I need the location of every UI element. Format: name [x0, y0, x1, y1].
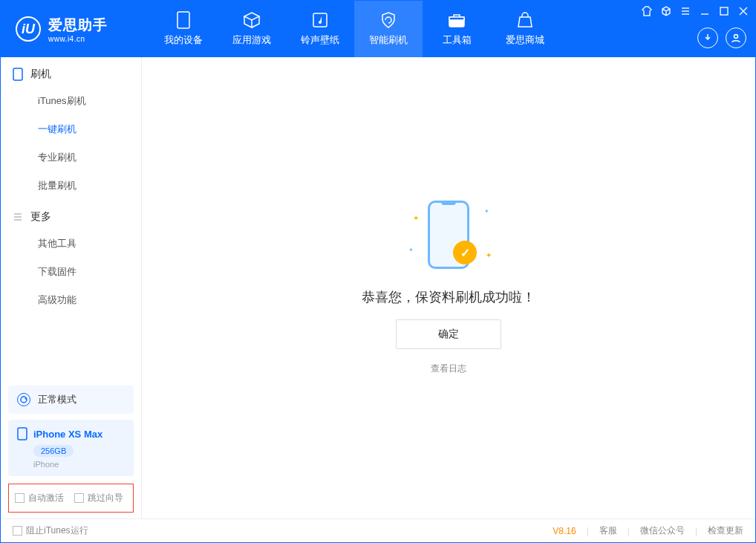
- sync-icon: [17, 393, 30, 406]
- music-note-icon: [311, 11, 329, 29]
- tab-my-device[interactable]: 我的设备: [149, 1, 218, 57]
- shirt-icon[interactable]: [641, 5, 653, 17]
- checkbox-skip-guide[interactable]: 跳过向导: [74, 492, 123, 504]
- checkbox-icon: [15, 493, 25, 503]
- header-bar: iU 爱思助手 www.i4.cn 我的设备 应用游戏 铃声壁纸 智能刷机: [1, 1, 755, 57]
- maximize-icon[interactable]: [718, 5, 730, 17]
- svg-rect-1: [313, 13, 327, 27]
- mode-status-card[interactable]: 正常模式: [8, 386, 134, 414]
- cb-label: 跳过向导: [88, 492, 123, 504]
- checkmark-badge-icon: ✓: [453, 241, 477, 264]
- menu-icon[interactable]: [680, 5, 691, 17]
- list-icon: [13, 212, 23, 222]
- support-link[interactable]: 客服: [599, 524, 617, 537]
- checkbox-auto-activate[interactable]: 自动激活: [15, 492, 64, 504]
- wechat-link[interactable]: 微信公众号: [640, 524, 685, 537]
- sparkle-icon: ✦: [484, 208, 489, 215]
- cb-label: 阻止iTunes运行: [26, 524, 88, 537]
- header-action-icons: [697, 27, 746, 48]
- separator: |: [587, 526, 589, 536]
- sidebar-section-flash: 刷机: [1, 57, 141, 87]
- sidebar-item-download-firmware[interactable]: 下载固件: [1, 258, 141, 286]
- view-log-link[interactable]: 查看日志: [431, 362, 466, 375]
- svg-rect-6: [13, 68, 22, 80]
- box-icon[interactable]: [660, 5, 672, 17]
- close-icon[interactable]: [737, 5, 749, 17]
- shield-refresh-icon: [379, 11, 397, 29]
- device-name: iPhone XS Max: [33, 429, 102, 440]
- device-card[interactable]: iPhone XS Max 256GB iPhone: [8, 420, 134, 476]
- sidebar-item-oneclick-flash[interactable]: 一键刷机: [1, 115, 141, 143]
- phone-icon: [13, 68, 23, 81]
- tab-apps-games[interactable]: 应用游戏: [218, 1, 286, 57]
- logo-area: iU 爱思助手 www.i4.cn: [1, 16, 149, 43]
- svg-rect-0: [177, 12, 189, 28]
- toolbox-icon: [448, 11, 466, 29]
- tab-label: 爱思商城: [506, 33, 544, 47]
- sidebar: 刷机 iTunes刷机 一键刷机 专业刷机 批量刷机 更多 其他工具 下载固件 …: [1, 57, 142, 518]
- app-window: iU 爱思助手 www.i4.cn 我的设备 应用游戏 铃声壁纸 智能刷机: [0, 0, 756, 543]
- tab-smart-flash[interactable]: 智能刷机: [354, 1, 423, 57]
- sidebar-section-more: 更多: [1, 200, 141, 230]
- tab-label: 智能刷机: [369, 33, 408, 47]
- tab-label: 应用游戏: [232, 33, 271, 47]
- check-update-link[interactable]: 检查更新: [708, 524, 743, 537]
- phone-notch-icon: [441, 201, 456, 205]
- success-message: 恭喜您，保资料刷机成功啦！: [362, 288, 535, 306]
- section-label: 刷机: [30, 68, 51, 81]
- cb-label: 自动激活: [28, 492, 64, 504]
- svg-rect-3: [449, 17, 464, 20]
- minimize-icon[interactable]: [699, 5, 711, 17]
- mode-label: 正常模式: [38, 393, 76, 406]
- section-label: 更多: [30, 210, 51, 224]
- user-icon[interactable]: [726, 27, 746, 48]
- shopping-bag-icon: [516, 11, 534, 29]
- svg-rect-7: [18, 428, 27, 440]
- sidebar-item-advanced[interactable]: 高级功能: [1, 286, 141, 314]
- tab-store[interactable]: 爱思商城: [491, 1, 559, 57]
- device-icon: [175, 11, 192, 29]
- sparkle-icon: ✦: [408, 247, 414, 253]
- svg-point-5: [734, 35, 738, 39]
- options-highlighted-box: 自动激活 跳过向导: [8, 484, 134, 513]
- checkbox-icon: [74, 493, 84, 503]
- tab-label: 铃声壁纸: [301, 33, 339, 47]
- checkbox-block-itunes[interactable]: 阻止iTunes运行: [13, 524, 88, 537]
- sparkle-icon: ✦: [413, 214, 419, 222]
- sidebar-item-itunes-flash[interactable]: iTunes刷机: [1, 87, 141, 115]
- app-logo-icon: iU: [16, 16, 41, 42]
- checkbox-icon: [13, 526, 22, 536]
- download-icon[interactable]: [697, 27, 718, 48]
- tab-label: 我的设备: [164, 33, 203, 47]
- device-type: iPhone: [33, 460, 125, 469]
- sparkle-icon: ✦: [486, 251, 492, 259]
- storage-badge: 256GB: [33, 445, 74, 457]
- separator: |: [628, 526, 630, 536]
- sidebar-item-pro-flash[interactable]: 专业刷机: [1, 143, 141, 172]
- success-illustration: ✓ ✦ ✦ ✦ ✦: [404, 201, 493, 275]
- sidebar-item-batch-flash[interactable]: 批量刷机: [1, 172, 141, 200]
- tab-ringtone-wallpaper[interactable]: 铃声壁纸: [286, 1, 354, 57]
- ok-button[interactable]: 确定: [396, 319, 501, 349]
- svg-rect-4: [720, 7, 728, 15]
- body: 刷机 iTunes刷机 一键刷机 专业刷机 批量刷机 更多 其他工具 下载固件 …: [1, 57, 755, 518]
- tab-toolbox[interactable]: 工具箱: [423, 1, 491, 57]
- separator: |: [695, 526, 697, 536]
- sidebar-item-other-tools[interactable]: 其他工具: [1, 230, 141, 258]
- app-title: 爱思助手: [48, 16, 108, 35]
- phone-small-icon: [17, 427, 27, 440]
- cube-icon: [243, 11, 261, 29]
- nav-tabs: 我的设备 应用游戏 铃声壁纸 智能刷机 工具箱 爱思商城: [149, 1, 559, 57]
- main-content: ✓ ✦ ✦ ✦ ✦ 恭喜您，保资料刷机成功啦！ 确定 查看日志: [142, 57, 755, 518]
- app-url: www.i4.cn: [48, 35, 108, 43]
- footer-bar: 阻止iTunes运行 V8.16 | 客服 | 微信公众号 | 检查更新: [1, 518, 755, 542]
- version-label: V8.16: [553, 526, 576, 536]
- tab-label: 工具箱: [443, 33, 472, 47]
- window-controls: [641, 5, 749, 17]
